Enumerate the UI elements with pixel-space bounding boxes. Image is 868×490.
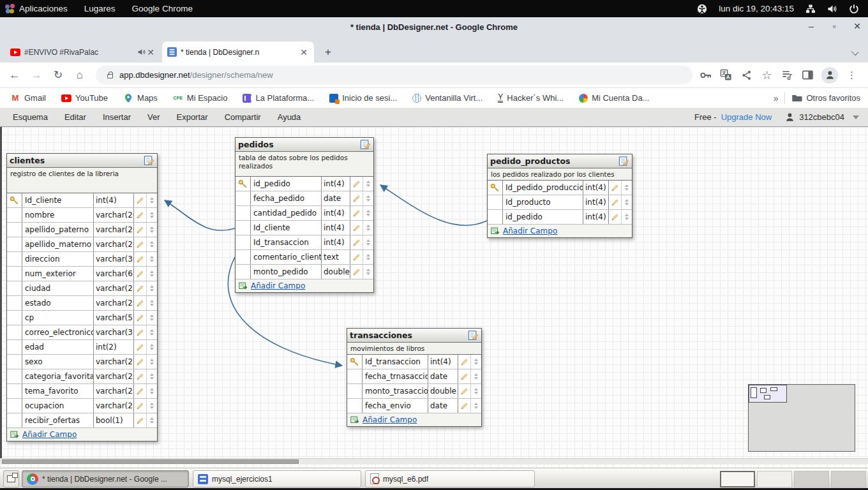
menu-ver[interactable]: Ver [147,112,160,122]
edit-field-icon[interactable] [609,195,622,209]
workspace-2[interactable] [757,471,792,487]
edit-field-icon[interactable] [609,181,622,195]
lock-icon[interactable] [107,74,113,78]
field-name[interactable]: num_exterior [22,267,94,281]
reorder-field-control[interactable] [471,384,481,398]
edit-field-icon[interactable] [350,206,363,220]
table-description[interactable]: registro de clientes de la libreria [7,168,157,193]
bookmark-mi-espacio[interactable]: CFEMi Espacio [173,93,228,103]
field-type[interactable]: varchar(25) [94,384,134,398]
bookmark-ventanilla[interactable]: Ventanilla Virt... [412,93,483,103]
bookmark-star-icon[interactable]: ☆ [760,68,774,82]
profile-avatar[interactable] [821,67,838,84]
edit-field-icon[interactable] [134,325,147,339]
field-name[interactable]: id_pedido [251,177,322,191]
field-name[interactable]: cantidad_pedido [251,206,322,220]
field-name[interactable]: monto_pedido [251,265,322,279]
edit-field-icon[interactable] [134,311,147,325]
field-type[interactable]: varchar(5) [94,311,134,325]
field-name[interactable]: recibir_ofertas [22,413,94,427]
field-name[interactable]: cp [22,311,94,325]
table-description[interactable]: tabla de datos sobre los pedidos realiza… [236,152,373,177]
field-type[interactable]: double [428,384,458,398]
table-clientes[interactable]: clientes registro de clientes de la libr… [6,153,158,442]
menu-insertar[interactable]: Insertar [103,112,131,122]
show-desktop-button[interactable] [3,470,19,487]
edit-field-icon[interactable] [350,250,363,264]
field-name[interactable]: tema_favorito [22,384,94,398]
edit-field-icon[interactable] [134,223,147,237]
tab-audio-icon[interactable] [137,48,146,56]
reload-button[interactable]: ↻ [47,68,69,82]
upgrade-link[interactable]: Upgrade Now [721,112,772,122]
field-type[interactable]: int(4) [322,177,350,191]
table-header[interactable]: pedidos [236,138,373,152]
field-type[interactable]: varchar(25) [94,399,134,413]
network-icon[interactable] [805,4,816,14]
edit-field-icon[interactable] [350,265,363,279]
edit-field-icon[interactable] [350,177,363,191]
other-bookmarks[interactable]: Otros favoritos [791,93,860,103]
username[interactable]: 312cbebc04 [799,112,844,122]
field-type[interactable]: int(4) [322,235,350,249]
reorder-field-control[interactable] [147,340,157,354]
edit-field-icon[interactable] [134,296,147,310]
field-name[interactable]: Id_pedido_produccion [503,181,583,195]
field-name[interactable]: id_pedido [503,210,583,224]
minimap-viewport[interactable] [749,385,787,403]
table-pedido-productos[interactable]: pedido_productos los pedidos realizado p… [487,154,632,238]
field-type[interactable]: varchar(30) [94,252,134,266]
canvas-horizontal-scrollbar[interactable] [0,458,868,464]
field-name[interactable]: edad [22,340,94,354]
field-type[interactable]: int(2) [94,340,134,354]
reorder-field-control[interactable] [363,221,373,235]
reorder-field-control[interactable] [147,267,157,281]
edit-field-icon[interactable] [458,399,471,413]
edit-field-icon[interactable] [458,355,471,369]
menu-compartir[interactable]: Compartir [225,112,261,122]
tab-search-caret-icon[interactable] [851,48,858,56]
close-button[interactable]: ✕ [851,21,863,31]
workspace-4[interactable] [831,471,866,487]
add-field-link[interactable]: Añadir Campo [22,430,77,439]
schema-canvas[interactable]: clientes registro de clientes de la libr… [0,127,868,468]
new-tab-button[interactable]: + [320,45,336,60]
field-name[interactable]: apellido_materno [22,237,94,251]
table-header[interactable]: transacciones [347,329,481,343]
add-field-icon[interactable] [239,281,248,290]
places-menu[interactable]: Lugares [84,4,116,13]
field-name[interactable]: nombre [22,208,94,222]
bookmark-la-plataforma[interactable]: La Plataforma... [243,93,314,103]
field-name[interactable]: monto_trasaccion [363,384,428,398]
field-name[interactable]: Id_cliente [22,193,94,207]
accessibility-icon[interactable] [697,4,707,14]
field-name[interactable]: apellido_paterno [22,223,94,237]
field-type[interactable]: varchar(2) [94,355,134,369]
field-type[interactable]: int(4) [322,206,350,220]
reorder-field-control[interactable] [147,281,157,295]
edit-field-icon[interactable] [609,210,622,224]
edit-field-icon[interactable] [350,191,363,205]
field-name[interactable]: Id_cliente [251,221,322,235]
edit-field-icon[interactable] [134,267,147,281]
edit-field-icon[interactable] [134,355,147,369]
translate-icon[interactable] [719,68,733,82]
reorder-field-control[interactable] [147,325,157,339]
edit-field-icon[interactable] [134,413,147,427]
reorder-field-control[interactable] [622,195,632,209]
table-description[interactable]: los pedidos realizado por los clientes [488,168,632,181]
media-controls-icon[interactable] [781,68,794,82]
field-type[interactable]: text [322,250,350,264]
menu-exportar[interactable]: Exportar [176,112,207,122]
field-type[interactable]: date [322,191,350,205]
field-name[interactable]: ciudad [22,281,94,295]
field-type[interactable]: varchar(25) [94,369,134,383]
field-type[interactable]: int(4) [428,355,458,369]
field-type[interactable]: bool(1) [94,413,134,427]
edit-table-icon[interactable] [468,330,479,341]
tab-close-icon[interactable]: ✕ [146,47,156,57]
reorder-field-control[interactable] [471,369,481,383]
applications-menu[interactable]: Aplicaciones [5,4,68,13]
share-icon[interactable] [740,68,753,82]
edit-field-icon[interactable] [134,237,147,251]
